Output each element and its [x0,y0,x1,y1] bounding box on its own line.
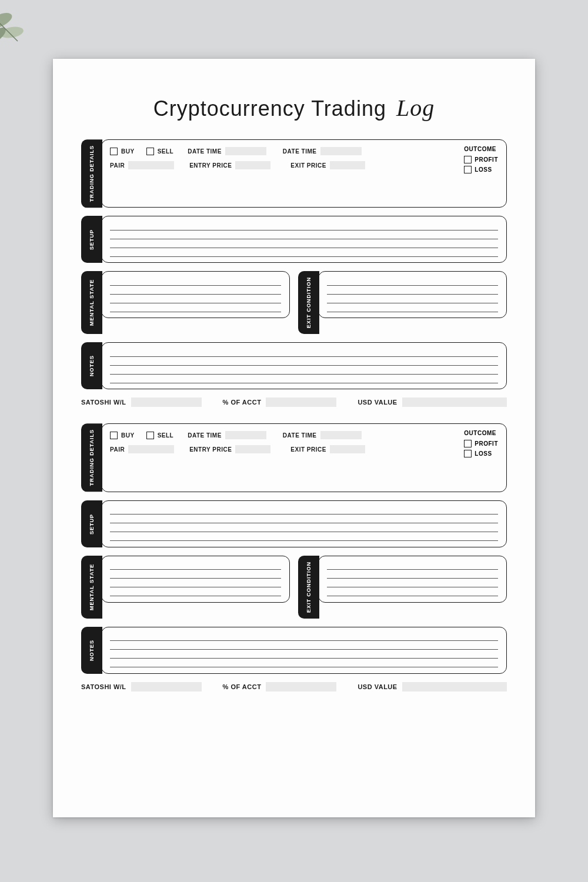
buy-label: BUY [121,148,135,155]
setup-tab: SETUP [81,500,102,547]
loss-label: LOSS [475,450,492,457]
profit-checkbox[interactable] [464,156,472,163]
pair-field[interactable] [128,161,174,169]
pair-label: PAIR [110,446,125,453]
sell-label: SELL [158,148,174,155]
exit-condition-box[interactable] [318,556,507,603]
mental-state-box[interactable] [101,271,290,318]
loss-checkbox[interactable] [464,450,472,457]
exit-condition-section: EXIT CONDITION [298,556,507,619]
page-title: Cryptocurrency Trading Log [81,94,507,122]
entry-price-field[interactable] [235,445,270,453]
satoshi-field[interactable] [131,682,202,691]
outcome-group: OUTCOME PROFIT LOSS [464,146,498,176]
pct-acct-field[interactable] [266,397,336,407]
pct-acct-field[interactable] [266,682,336,691]
trading-details-box: BUY SELL DATE TIME DATE TIME PAIR ENTRY … [101,139,507,208]
setup-section: SETUP [81,500,507,547]
datetime-exit-field[interactable] [320,431,362,439]
title-script: Log [396,95,435,121]
exit-condition-section: EXIT CONDITION [298,271,507,334]
notes-section: NOTES [81,627,507,674]
exit-condition-box[interactable] [318,271,507,318]
exit-price-label: EXIT PRICE [290,162,326,169]
summary-row: SATOSHI W/L % OF ACCT USD VALUE [81,682,507,691]
exit-price-field[interactable] [330,161,365,169]
datetime-exit-label: DATE TIME [283,148,317,155]
satoshi-field[interactable] [131,397,202,407]
entry-price-field[interactable] [235,161,270,169]
sell-label: SELL [158,432,174,439]
outcome-label: OUTCOME [464,146,498,152]
summary-row: SATOSHI W/L % OF ACCT USD VALUE [81,397,507,407]
loss-checkbox[interactable] [464,166,472,173]
exit-condition-tab: EXIT CONDITION [298,271,319,334]
exit-price-label: EXIT PRICE [290,446,326,453]
mental-state-tab: MENTAL STATE [81,556,102,619]
setup-section: SETUP [81,216,507,263]
pct-acct-label: % OF ACCT [223,683,262,690]
notes-box[interactable] [101,342,507,389]
exit-condition-tab: EXIT CONDITION [298,556,319,619]
datetime-entry-field[interactable] [225,147,266,155]
trading-details-tab: TRADING DETAILS [81,139,102,208]
datetime-entry-field[interactable] [225,431,266,439]
mental-state-section: MENTAL STATE [81,271,290,334]
pair-label: PAIR [110,162,125,169]
setup-tab: SETUP [81,216,102,263]
datetime-exit-label: DATE TIME [283,432,317,439]
trade-entry: TRADING DETAILS BUY SELL DATE TIME DATE … [81,139,507,407]
mental-state-tab: MENTAL STATE [81,271,102,334]
entry-price-label: ENTRY PRICE [189,446,232,453]
mental-state-box[interactable] [101,556,290,603]
satoshi-label: SATOSHI W/L [81,399,126,406]
trade-entry: TRADING DETAILS BUY SELL DATE TIME DATE … [81,423,507,691]
notes-section: NOTES [81,342,507,389]
sell-checkbox[interactable] [146,148,154,155]
outcome-group: OUTCOME PROFIT LOSS [464,430,498,460]
trading-details-section: TRADING DETAILS BUY SELL DATE TIME DATE … [81,423,507,492]
buy-checkbox[interactable] [110,432,118,439]
pct-acct-label: % OF ACCT [223,399,262,406]
profit-label: PROFIT [475,440,498,447]
notes-tab: NOTES [81,627,102,674]
trading-details-tab: TRADING DETAILS [81,423,102,492]
usd-value-label: USD VALUE [358,399,397,406]
trading-details-box: BUY SELL DATE TIME DATE TIME PAIR ENTRY … [101,423,507,492]
log-page: Cryptocurrency Trading Log TRADING DETAI… [53,59,535,817]
profit-label: PROFIT [475,156,498,163]
entry-price-label: ENTRY PRICE [189,162,232,169]
setup-box[interactable] [101,500,507,547]
notes-box[interactable] [101,627,507,674]
decorative-leaf [0,6,41,53]
notes-tab: NOTES [81,342,102,389]
pair-field[interactable] [128,445,174,453]
satoshi-label: SATOSHI W/L [81,683,126,690]
usd-value-field[interactable] [402,682,507,691]
outcome-label: OUTCOME [464,430,498,436]
loss-label: LOSS [475,166,492,173]
buy-label: BUY [121,432,135,439]
exit-price-field[interactable] [330,445,365,453]
setup-box[interactable] [101,216,507,263]
buy-checkbox[interactable] [110,148,118,155]
datetime-entry-label: DATE TIME [188,432,222,439]
mental-state-section: MENTAL STATE [81,556,290,619]
profit-checkbox[interactable] [464,440,472,447]
datetime-entry-label: DATE TIME [188,148,222,155]
usd-value-label: USD VALUE [358,683,397,690]
usd-value-field[interactable] [402,397,507,407]
datetime-exit-field[interactable] [320,147,362,155]
trading-details-section: TRADING DETAILS BUY SELL DATE TIME DATE … [81,139,507,208]
sell-checkbox[interactable] [146,432,154,439]
title-main: Cryptocurrency Trading [153,96,386,121]
